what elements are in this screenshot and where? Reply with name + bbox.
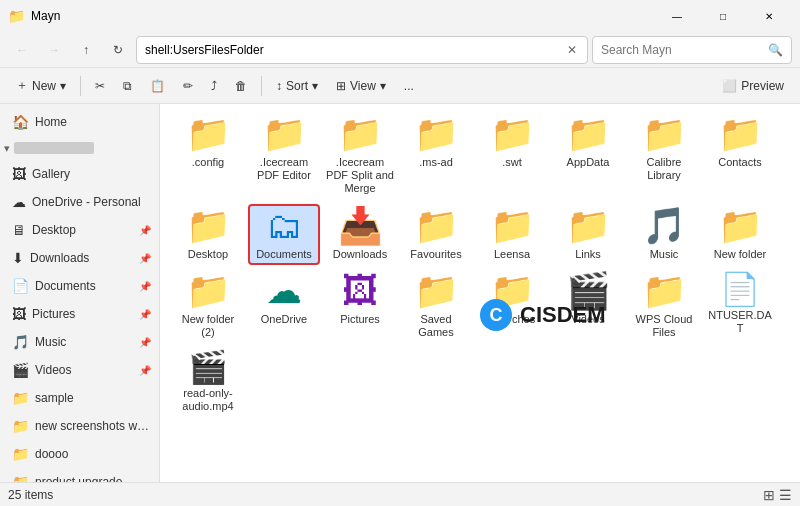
file-item-videos[interactable]: 🎬 Videos [552, 269, 624, 343]
file-item-desktop[interactable]: 📁 Desktop [172, 204, 244, 265]
sidebar-item-onedrive-label: OneDrive - Personal [32, 195, 151, 209]
more-label: ... [404, 79, 414, 93]
sidebar-item-home[interactable]: 🏠 Home [0, 108, 159, 136]
back-button[interactable]: ← [8, 36, 36, 64]
sidebar-item-gallery[interactable]: 🖼 Gallery [0, 160, 159, 188]
file-name: OneDrive [261, 313, 307, 326]
file-item-music[interactable]: 🎵 Music [628, 204, 700, 265]
file-item-links[interactable]: 📁 Links [552, 204, 624, 265]
documents-folder-icon: 🗂 [266, 208, 302, 244]
grid-view-button[interactable]: ⊞ [763, 487, 775, 503]
folder-icon: 📁 [642, 273, 687, 309]
sidebar-item-home-label: Home [35, 115, 151, 129]
file-name: Downloads [333, 248, 387, 261]
sidebar-item-downloads[interactable]: ⬇ Downloads 📌 [0, 244, 159, 272]
folder-icon: 📁 [186, 208, 231, 244]
sidebar-item-videos[interactable]: 🎬 Videos 📌 [0, 356, 159, 384]
refresh-button[interactable]: ↻ [104, 36, 132, 64]
separator1 [80, 76, 81, 96]
rename-button[interactable]: ✏ [175, 72, 201, 100]
preview-button[interactable]: ⬜ Preview [714, 72, 792, 100]
file-item-onedrive[interactable]: ☁ OneDrive [248, 269, 320, 343]
sidebar-item-music[interactable]: 🎵 Music 📌 [0, 328, 159, 356]
file-item-config[interactable]: 📁 .config [172, 112, 244, 200]
sidebar-item-documents[interactable]: 📄 Documents 📌 [0, 272, 159, 300]
downloads-icon: ⬇ [12, 250, 24, 266]
file-item-leensa[interactable]: 📁 Leensa [476, 204, 548, 265]
search-box[interactable]: 🔍 [592, 36, 792, 64]
sidebar-item-doooo[interactable]: 📁 doooo [0, 440, 159, 468]
onedrive-folder-icon: ☁ [266, 273, 302, 309]
minimize-button[interactable]: — [654, 0, 700, 32]
address-input[interactable] [145, 43, 565, 57]
list-view-button[interactable]: ☰ [779, 487, 792, 503]
file-name: NTUSER.DAT [706, 309, 774, 335]
folder-icon: 📁 [490, 273, 535, 309]
productupgrade-icon: 📁 [12, 474, 29, 482]
file-item-newfolder2[interactable]: 📁 New folder (2) [172, 269, 244, 343]
file-item-swt[interactable]: 📁 .swt [476, 112, 548, 200]
file-item-readonlyaudio[interactable]: 🎬 read-only-audio.mp4 [172, 347, 244, 417]
sidebar-item-downloads-label: Downloads [30, 251, 133, 265]
file-name: .ms-ad [419, 156, 453, 169]
search-input[interactable] [601, 43, 768, 57]
pin-icon2: 📌 [139, 253, 151, 264]
file-item-savedgames[interactable]: 📁 Saved Games [400, 269, 472, 343]
file-item-icecream-split[interactable]: 📁 .Icecream PDF Split and Merge [324, 112, 396, 200]
file-item-pictures[interactable]: 🖼 Pictures [324, 269, 396, 343]
delete-button[interactable]: 🗑 [227, 72, 255, 100]
more-button[interactable]: ... [396, 72, 422, 100]
close-button[interactable]: ✕ [746, 0, 792, 32]
cut-icon: ✂ [95, 79, 105, 93]
sidebar-item-newscreenshots-label: new screenshots win… [35, 419, 151, 433]
sidebar-item-pictures[interactable]: 🖼 Pictures 📌 [0, 300, 159, 328]
file-item-favourites[interactable]: 📁 Favourites [400, 204, 472, 265]
documents-icon: 📄 [12, 278, 29, 294]
address-bar[interactable]: ✕ [136, 36, 588, 64]
sidebar-item-onedrive[interactable]: ☁ OneDrive - Personal [0, 188, 159, 216]
sort-button[interactable]: ↕ Sort ▾ [268, 72, 326, 100]
view-button[interactable]: ⊞ View ▾ [328, 72, 394, 100]
sidebar-item-desktop[interactable]: 🖥 Desktop 📌 [0, 216, 159, 244]
file-item-icecream-editor[interactable]: 📁 .Icecream PDF Editor [248, 112, 320, 200]
pin-icon4: 📌 [139, 309, 151, 320]
gallery-icon: 🖼 [12, 166, 26, 182]
share-button[interactable]: ⤴ [203, 72, 225, 100]
music-icon: 🎵 [12, 334, 29, 350]
sidebar-item-productupgrade-label: product upgrade [35, 475, 151, 482]
file-item-calibre[interactable]: 📁 Calibre Library [628, 112, 700, 200]
file-item-ntuser[interactable]: 📄 NTUSER.DAT [704, 269, 776, 343]
cut-button[interactable]: ✂ [87, 72, 113, 100]
file-name: Videos [571, 313, 604, 326]
desktop-icon: 🖥 [12, 222, 26, 238]
sort-label: Sort [286, 79, 308, 93]
file-name: .config [192, 156, 224, 169]
statusbar-views: ⊞ ☰ [763, 487, 792, 503]
file-name: Calibre Library [630, 156, 698, 182]
file-item-wps[interactable]: 📁 WPS Cloud Files [628, 269, 700, 343]
sidebar-item-sample[interactable]: 📁 sample [0, 384, 159, 412]
sidebar-item-productupgrade[interactable]: 📁 product upgrade [0, 468, 159, 482]
new-button[interactable]: ＋ New ▾ [8, 72, 74, 100]
file-name: New folder [714, 248, 767, 261]
file-item-appdata[interactable]: 📁 AppData [552, 112, 624, 200]
address-clear-button[interactable]: ✕ [565, 41, 579, 59]
file-item-searches[interactable]: 📁 Searches [476, 269, 548, 343]
file-item-contacts[interactable]: 📁 Contacts [704, 112, 776, 200]
file-item-documents[interactable]: 🗂 Documents [248, 204, 320, 265]
file-item-downloads[interactable]: 📥 Downloads [324, 204, 396, 265]
file-name: Music [650, 248, 679, 261]
sidebar-item-newscreenshots[interactable]: 📁 new screenshots win… [0, 412, 159, 440]
file-item-msad[interactable]: 📁 .ms-ad [400, 112, 472, 200]
video-file-icon: 🎬 [188, 351, 228, 383]
expand-icon: ▾ [4, 142, 10, 155]
pictures-icon: 🖼 [12, 306, 26, 322]
file-item-newfolder[interactable]: 📁 New folder [704, 204, 776, 265]
up-button[interactable]: ↑ [72, 36, 100, 64]
paste-button[interactable]: 📋 [142, 72, 173, 100]
folder-icon: 📁 [642, 116, 687, 152]
copy-button[interactable]: ⧉ [115, 72, 140, 100]
forward-button[interactable]: → [40, 36, 68, 64]
folder-icon: 📁 [186, 273, 231, 309]
maximize-button[interactable]: □ [700, 0, 746, 32]
